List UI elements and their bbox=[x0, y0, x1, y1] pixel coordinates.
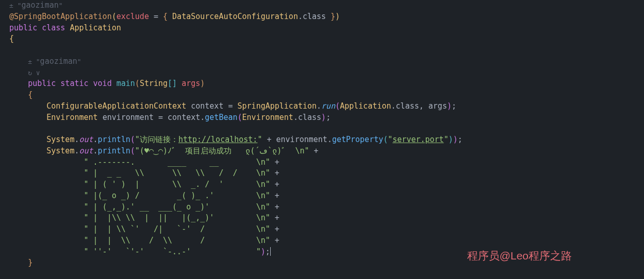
main-method-signature: public static void main(String[] args) bbox=[9, 78, 635, 90]
open-brace: { bbox=[9, 33, 635, 45]
watermark-text: 程序员@Leo程序之路 bbox=[467, 248, 572, 264]
class-declaration: public class Application bbox=[9, 23, 635, 34]
ascii-line: " | ( ' ) | \\ _. / ' \n" + bbox=[9, 179, 635, 190]
author-hint-2: ± "gaoziman" bbox=[9, 56, 635, 67]
ascii-art: " .-------. ____ __ \n" + " | _ _ \\ \\ … bbox=[9, 157, 635, 258]
environment-line: Environment environment = context.getBea… bbox=[9, 112, 635, 124]
ascii-line: " .-------. ____ __ \n" + bbox=[9, 157, 635, 168]
annotation-line: @SpringBootApplication(exclude = { DataS… bbox=[9, 11, 635, 23]
ascii-line: " | _ _ \\ \\ \\ / / \n" + bbox=[9, 168, 635, 179]
blank-line-2 bbox=[9, 123, 635, 134]
ascii-line: " | | \\ / \\ / \n" + bbox=[9, 235, 635, 247]
method-open-brace: { bbox=[9, 90, 635, 101]
println-url: System.out.println("访问链接：http://localhos… bbox=[9, 134, 635, 146]
ascii-line: " |(_ o _) / _( )_ .' \n" + bbox=[9, 190, 635, 202]
ascii-line: " | (_,_).' __ ___(_ o _)' \n" + bbox=[9, 202, 635, 213]
ascii-line: " | |\\ \\ | || |(_,_)' \n" + bbox=[9, 213, 635, 224]
author-hint-1: ± "gaoziman" bbox=[9, 0, 635, 11]
recursion-hint: ↻ ∨ bbox=[9, 67, 635, 79]
code-editor[interactable]: ± "gaoziman" @SpringBootApplication(excl… bbox=[9, 0, 635, 269]
println-banner: System.out.println("(♥◠‿◠)ﾉﾞ 项目启动成功 ლ(´ڡ… bbox=[9, 146, 635, 157]
ascii-line: " | | \\ `' /| `-' / \n" + bbox=[9, 224, 635, 235]
blank-line bbox=[9, 45, 635, 56]
context-line: ConfigurableApplicationContext context =… bbox=[9, 101, 635, 112]
